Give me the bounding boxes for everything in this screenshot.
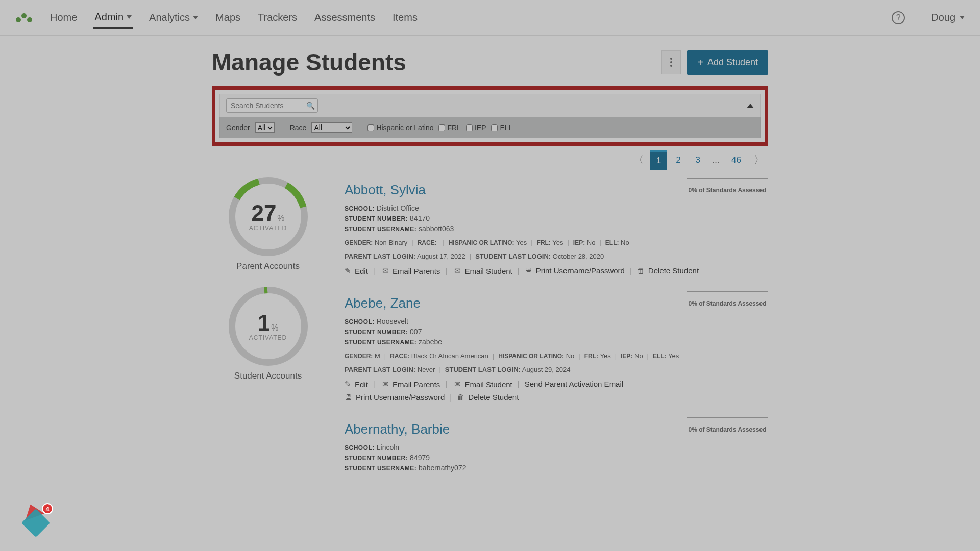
- print-icon: 🖶: [345, 393, 352, 402]
- page-last[interactable]: 46: [725, 151, 747, 169]
- progress-text: 0% of Standards Assessed: [687, 300, 768, 307]
- delete-student-link[interactable]: 🗑Delete Student: [457, 393, 519, 402]
- iep-checkbox[interactable]: [466, 124, 473, 131]
- frl-filter[interactable]: FRL: [438, 123, 460, 132]
- gender-filter-label: Gender: [226, 123, 250, 132]
- collapse-filters-button[interactable]: [747, 101, 754, 110]
- nav-admin[interactable]: Admin: [93, 7, 133, 29]
- chevron-down-icon: [127, 15, 132, 19]
- page-ellipsis: …: [709, 151, 723, 169]
- page-next[interactable]: 〉: [750, 151, 768, 169]
- student-row: 0% of Standards Assessed Abernathy, Barb…: [345, 416, 768, 483]
- school-line: SCHOOL: District Office: [345, 204, 768, 212]
- chevron-down-icon: [960, 16, 965, 19]
- delete-student-link[interactable]: 🗑Delete Student: [637, 266, 699, 275]
- print-credentials-link[interactable]: 🖶Print Username/Password: [525, 266, 625, 275]
- plus-icon: +: [697, 57, 703, 67]
- progress-bar: [687, 417, 768, 424]
- demographics-line: GENDER: M|RACE: Black Or African America…: [345, 352, 768, 360]
- print-credentials-link[interactable]: 🖶Print Username/Password: [345, 393, 445, 402]
- hispanic-checkbox[interactable]: [368, 124, 374, 131]
- page-title: Manage Students: [212, 48, 662, 76]
- edit-icon: ✎: [345, 380, 351, 389]
- add-student-button[interactable]: +Add Student: [687, 50, 768, 75]
- search-input[interactable]: [226, 98, 318, 113]
- student-accounts-donut: 1% ACTIVATED: [229, 287, 308, 366]
- trash-icon: 🗑: [637, 266, 645, 275]
- hispanic-filter[interactable]: Hispanic or Latino: [368, 123, 433, 132]
- progress-text: 0% of Standards Assessed: [687, 426, 768, 433]
- username-line: STUDENT USERNAME: babernathy072: [345, 464, 768, 472]
- notification-count: 4: [42, 503, 53, 514]
- school-line: SCHOOL: Lincoln: [345, 443, 768, 452]
- student-row: 0% of Standards Assessed Abbott, Sylvia …: [345, 177, 768, 285]
- student-row: 0% of Standards Assessed Abebe, Zane SCH…: [345, 290, 768, 411]
- student-actions: ✎Edit| ✉Email Parents| ✉Email Student|Se…: [345, 380, 768, 402]
- notifications-widget[interactable]: 4: [20, 505, 51, 536]
- page-prev[interactable]: 〈: [629, 151, 648, 169]
- chevron-up-icon: [747, 104, 754, 108]
- edit-icon: ✎: [345, 266, 351, 276]
- nav-home[interactable]: Home: [49, 8, 78, 28]
- top-nav: Home Admin Analytics Maps Trackers Asses…: [0, 0, 980, 36]
- edit-link[interactable]: ✎Edit: [345, 380, 368, 389]
- mail-icon: ✉: [454, 380, 461, 389]
- demographics-line: GENDER: Non Binary|RACE: |HISPANIC OR LA…: [345, 239, 768, 246]
- progress-bar: [687, 291, 768, 298]
- login-line: PARENT LAST LOGIN: Never|STUDENT LAST LO…: [345, 366, 768, 373]
- print-icon: 🖶: [525, 266, 532, 275]
- page-2[interactable]: 2: [670, 151, 687, 169]
- nav-items[interactable]: Items: [391, 8, 419, 28]
- progress-bar: [687, 178, 768, 185]
- trash-icon: 🗑: [457, 393, 464, 402]
- mail-icon: ✉: [382, 380, 389, 389]
- number-line: STUDENT NUMBER: 007: [345, 328, 768, 336]
- chevron-down-icon: [193, 16, 198, 19]
- pagination: 〈 1 2 3 … 46 〉: [212, 150, 768, 170]
- send-activation-link[interactable]: Send Parent Activation Email: [525, 380, 623, 388]
- login-line: PARENT LAST LOGIN: August 17, 2022|STUDE…: [345, 253, 768, 260]
- username-line: STUDENT USERNAME: zabebe: [345, 338, 768, 346]
- email-parents-link[interactable]: ✉Email Parents: [382, 380, 440, 389]
- frl-checkbox[interactable]: [438, 124, 445, 131]
- username-line: STUDENT USERNAME: sabbott063: [345, 224, 768, 233]
- parent-accounts-donut: 27% ACTIVATED: [229, 177, 308, 256]
- school-line: SCHOOL: Roosevelt: [345, 317, 768, 325]
- nav-assessments[interactable]: Assessments: [313, 8, 376, 28]
- nav-trackers[interactable]: Trackers: [257, 8, 298, 28]
- nav-maps[interactable]: Maps: [214, 8, 241, 28]
- ell-filter[interactable]: ELL: [491, 123, 512, 132]
- help-icon[interactable]: ?: [892, 11, 905, 24]
- email-student-link[interactable]: ✉Email Student: [454, 380, 512, 389]
- race-filter-label: Race: [290, 123, 307, 132]
- user-menu[interactable]: Doug: [931, 12, 965, 23]
- ell-checkbox[interactable]: [491, 124, 498, 131]
- gender-filter-select[interactable]: All: [255, 122, 275, 133]
- student-accounts-label: Student Accounts: [212, 371, 324, 381]
- iep-filter[interactable]: IEP: [466, 123, 486, 132]
- email-student-link[interactable]: ✉Email Student: [454, 266, 512, 276]
- standards-progress: 0% of Standards Assessed: [687, 291, 768, 307]
- email-parents-link[interactable]: ✉Email Parents: [382, 266, 440, 276]
- more-actions-button[interactable]: [662, 50, 681, 74]
- logo: [15, 15, 34, 20]
- mail-icon: ✉: [454, 266, 461, 276]
- standards-progress: 0% of Standards Assessed: [687, 178, 768, 194]
- number-line: STUDENT NUMBER: 84979: [345, 454, 768, 462]
- page-1[interactable]: 1: [650, 150, 667, 170]
- standards-progress: 0% of Standards Assessed: [687, 417, 768, 433]
- mail-icon: ✉: [382, 266, 389, 276]
- nav-analytics[interactable]: Analytics: [148, 8, 199, 28]
- number-line: STUDENT NUMBER: 84170: [345, 214, 768, 222]
- race-filter-select[interactable]: All: [311, 122, 352, 133]
- student-actions: ✎Edit| ✉Email Parents| ✉Email Student|🖶P…: [345, 266, 768, 276]
- page-3[interactable]: 3: [690, 151, 706, 169]
- separator: [918, 10, 918, 26]
- highlighted-filter-region: 🔍 Gender All Race All Hispanic or Latino…: [212, 86, 768, 146]
- progress-text: 0% of Standards Assessed: [687, 187, 768, 194]
- parent-accounts-label: Parent Accounts: [212, 261, 324, 271]
- edit-link[interactable]: ✎Edit: [345, 266, 368, 276]
